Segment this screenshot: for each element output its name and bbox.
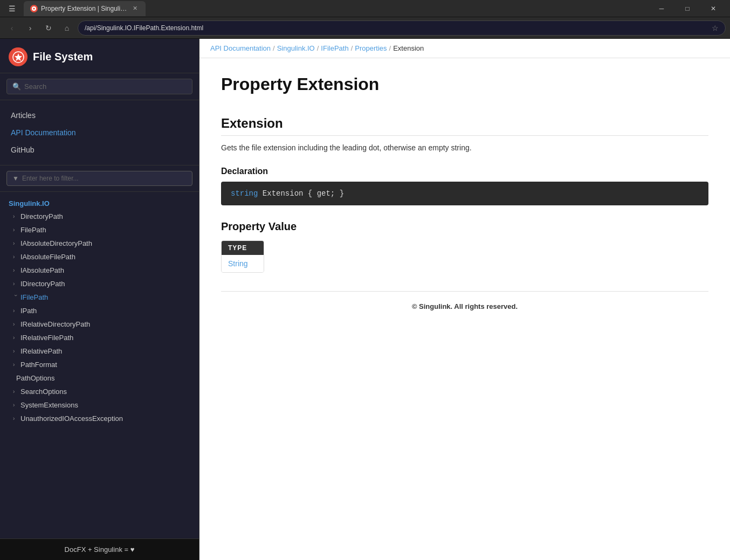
sidebar-item-articles[interactable]: Articles xyxy=(0,107,199,124)
tree-arrow-unauthorizedioaccessexception: › xyxy=(13,416,18,421)
sidebar-nav: Articles API Documentation GitHub xyxy=(0,100,199,165)
maximize-button[interactable]: □ xyxy=(675,1,700,16)
code-block: string Extension { get; } xyxy=(221,182,708,205)
sidebar-item-github[interactable]: GitHub xyxy=(0,141,199,158)
tree-label-idirectorypath: IDirectoryPath xyxy=(20,280,65,288)
main-content: API Documentation / Singulink.IO / IFile… xyxy=(199,39,730,560)
tree-item-iabsolutepath[interactable]: › IAbsolutePath xyxy=(0,264,199,277)
tree-item-directorypath[interactable]: › DirectoryPath xyxy=(0,210,199,223)
tree-arrow-directorypath: › xyxy=(13,213,18,219)
footer-copyright: © Singulink. All rights reserved. xyxy=(412,302,518,310)
minimize-button[interactable]: ─ xyxy=(649,1,674,16)
tree-arrow-systemextensions: › xyxy=(13,402,18,408)
reload-button[interactable]: ↻ xyxy=(41,20,56,36)
tree-label-irelativefilepath: IRelativeFilePath xyxy=(20,334,73,342)
tree-arrow-irelativefilepath: › xyxy=(13,335,18,341)
address-bar: ‹ › ↻ ⌂ /api/Singulink.IO.IFilePath.Exte… xyxy=(0,17,730,39)
tree-label-irelativedirectorypath: IRelativeDirectoryPath xyxy=(20,320,90,328)
tab-favicon xyxy=(30,5,38,12)
tree-item-irelativepath[interactable]: › IRelativePath xyxy=(0,344,199,358)
filter-input[interactable] xyxy=(22,175,187,182)
footer-text: DocFX + Singulink = ♥ xyxy=(65,545,135,554)
tree-item-ifilepath[interactable]: › IFilePath xyxy=(0,291,199,304)
tree-label-irelativepath: IRelativePath xyxy=(20,347,62,355)
property-value-title: Property Value xyxy=(221,220,708,233)
tree-arrow-searchoptions: › xyxy=(13,389,18,395)
breadcrumb-ifilepath[interactable]: IFilePath xyxy=(321,44,348,52)
filter-icon: ▼ xyxy=(12,175,19,182)
tree-label-searchoptions: SearchOptions xyxy=(20,388,67,396)
search-input[interactable] xyxy=(24,82,187,91)
sidebar-filter: ▼ xyxy=(0,165,199,192)
tab-bar: Property Extension | Singulink.IO ✕ xyxy=(24,0,645,17)
tree-label-filepath: FilePath xyxy=(20,226,46,234)
back-button[interactable]: ‹ xyxy=(4,20,19,36)
tree-label-pathformat: PathFormat xyxy=(20,361,57,369)
tree-item-filepath[interactable]: › FilePath xyxy=(0,223,199,237)
tree-label-iabsolutepath: IAbsolutePath xyxy=(20,266,64,274)
breadcrumb-sep-1: / xyxy=(273,44,275,52)
tree-arrow-filepath: › xyxy=(13,227,18,233)
breadcrumb-extension: Extension xyxy=(393,44,424,52)
tree-item-pathoptions[interactable]: PathOptions xyxy=(0,371,199,385)
tab-close-button[interactable]: ✕ xyxy=(130,4,139,13)
breadcrumb-api-documentation[interactable]: API Documentation xyxy=(210,44,271,52)
breadcrumb-sep-2: / xyxy=(317,44,319,52)
tree-label-ifilepath: IFilePath xyxy=(20,293,48,301)
tree-label-iabsolutedirectorypath: IAbsoluteDirectoryPath xyxy=(20,239,92,247)
type-value: String xyxy=(222,255,264,272)
tree-item-systemextensions[interactable]: › SystemExtensions xyxy=(0,398,199,412)
app-container: File System 🔍 Articles API Documentation… xyxy=(0,39,730,560)
browser-titlebar: ☰ Property Extension | Singulink.IO ✕ ─ … xyxy=(0,0,730,17)
sidebar-footer: DocFX + Singulink = ♥ xyxy=(0,538,199,560)
tree-item-pathformat[interactable]: › PathFormat xyxy=(0,358,199,371)
type-header: TYPE xyxy=(222,241,264,255)
tree-item-iabsolutefilepath[interactable]: › IAbsoluteFilePath xyxy=(0,250,199,264)
type-table: TYPE String xyxy=(221,240,264,273)
tree-arrow-irelativedirectorypath: › xyxy=(13,321,18,327)
tree-arrow-iabsolutefilepath: › xyxy=(13,254,18,260)
tree-label-unauthorizedioaccessexception: UnauthorizedIOAccessException xyxy=(20,414,123,423)
tree-arrow-ifilepath: › xyxy=(13,295,19,300)
search-icon: 🔍 xyxy=(12,82,21,91)
browser-tab[interactable]: Property Extension | Singulink.IO ✕ xyxy=(24,1,146,16)
breadcrumb-singulink-io[interactable]: Singulink.IO xyxy=(277,44,315,52)
tree-item-iabsolutedirectorypath[interactable]: › IAbsoluteDirectoryPath xyxy=(0,237,199,250)
close-button[interactable]: ✕ xyxy=(701,1,726,16)
filter-box: ▼ xyxy=(6,171,192,186)
sidebar-item-api-documentation[interactable]: API Documentation xyxy=(0,124,199,141)
search-box: 🔍 xyxy=(6,79,192,94)
tree-item-unauthorizedioaccessexception[interactable]: › UnauthorizedIOAccessException xyxy=(0,412,199,425)
forward-button[interactable]: › xyxy=(23,20,38,36)
sidebar-tree[interactable]: Singulink.IO › DirectoryPath › FilePath … xyxy=(0,192,199,538)
window-controls: ─ □ ✕ xyxy=(649,1,726,16)
url-text: /api/Singulink.IO.IFilePath.Extension.ht… xyxy=(85,24,203,32)
url-bar[interactable]: /api/Singulink.IO.IFilePath.Extension.ht… xyxy=(78,20,726,36)
content-footer: © Singulink. All rights reserved. xyxy=(221,291,708,321)
code-rest: Extension { get; } xyxy=(258,189,344,198)
sidebar-toggle-button[interactable]: ☰ xyxy=(4,1,19,16)
sidebar-search: 🔍 xyxy=(0,73,199,100)
tree-item-searchoptions[interactable]: › SearchOptions xyxy=(0,385,199,398)
tree-arrow-idirectorypath: › xyxy=(13,281,18,287)
section-description: Gets the file extension including the le… xyxy=(221,142,708,154)
home-button[interactable]: ⌂ xyxy=(59,20,74,36)
tree-arrow-iabsolutepath: › xyxy=(13,267,18,273)
tree-arrow-pathformat: › xyxy=(13,362,18,368)
bookmark-icon[interactable]: ☆ xyxy=(712,24,719,32)
breadcrumb-properties[interactable]: Properties xyxy=(355,44,387,52)
tree-arrow-iabsolutedirectorypath: › xyxy=(13,240,18,246)
app-logo xyxy=(9,47,27,66)
tree-label-ipath: IPath xyxy=(20,307,37,315)
tree-label-iabsolutefilepath: IAbsoluteFilePath xyxy=(20,253,75,261)
sidebar-header: File System xyxy=(0,39,199,73)
browser-controls: ☰ xyxy=(4,1,19,16)
tab-title: Property Extension | Singulink.IO xyxy=(41,5,127,12)
tree-item-irelativefilepath[interactable]: › IRelativeFilePath xyxy=(0,331,199,344)
tree-item-idirectorypath[interactable]: › IDirectoryPath xyxy=(0,277,199,291)
breadcrumb: API Documentation / Singulink.IO / IFile… xyxy=(199,39,730,58)
tree-item-ipath[interactable]: › IPath xyxy=(0,304,199,317)
tree-label-pathoptions: PathOptions xyxy=(16,374,55,382)
page-title: Property Extension xyxy=(221,74,708,103)
tree-item-irelativedirectorypath[interactable]: › IRelativeDirectoryPath xyxy=(0,317,199,331)
